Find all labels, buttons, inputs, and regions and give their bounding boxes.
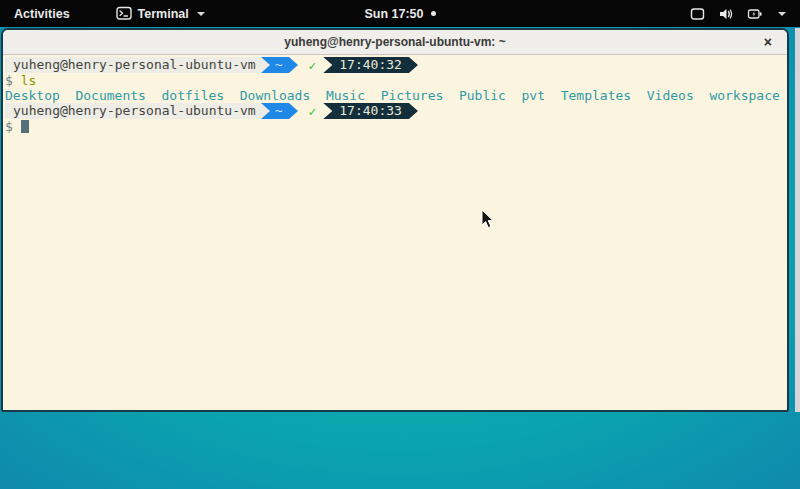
desktop: { "topbar": { "activities_label": "Activ…	[0, 0, 800, 489]
battery-charging-icon	[747, 7, 763, 21]
window-titlebar[interactable]: yuheng@henry-personal-ubuntu-vm: ~ ×	[3, 30, 787, 55]
mouse-cursor	[481, 209, 495, 233]
prompt-cwd: ~	[270, 103, 290, 119]
ls-item: Music	[326, 88, 365, 103]
ls-item: Videos	[647, 88, 694, 103]
prompt-symbol: $	[5, 73, 13, 88]
ls-item: pvt	[522, 88, 545, 103]
powerline-arrow-icon	[289, 57, 298, 73]
prompt-line: yuheng@henry-personal-ubuntu-vm ~ ✓ 17:4…	[5, 57, 787, 73]
top-bar: Activities Terminal Sun 17:50	[0, 0, 800, 27]
volume-icon	[718, 7, 734, 21]
close-icon[interactable]: ×	[764, 35, 772, 49]
prompt-time-segment: 17:40:33	[323, 103, 418, 119]
chevron-down-icon	[197, 12, 205, 16]
app-menu-label: Terminal	[138, 7, 189, 21]
background-window-edge	[795, 28, 800, 412]
command-text: ls	[21, 73, 37, 88]
text-cursor	[21, 120, 29, 133]
status-check-icon: ✓	[308, 58, 316, 73]
ls-output-line: DesktopDocumentsdotfilesDownloadsMusicPi…	[5, 88, 787, 103]
powerline-arrow-icon	[261, 103, 270, 119]
display-icon	[690, 7, 705, 21]
input-line[interactable]: $	[5, 119, 787, 134]
ls-item: Pictures	[381, 88, 444, 103]
prompt-cwd-segment: ~	[261, 57, 290, 73]
ls-item: dotfiles	[162, 88, 225, 103]
prompt-time-segment: 17:40:32	[323, 57, 418, 73]
activities-button[interactable]: Activities	[0, 0, 84, 27]
ls-item: Downloads	[240, 88, 310, 103]
terminal-content[interactable]: yuheng@henry-personal-ubuntu-vm ~ ✓ 17:4…	[3, 55, 787, 410]
terminal-window: yuheng@henry-personal-ubuntu-vm: ~ × yuh…	[1, 28, 789, 412]
ls-item: Public	[459, 88, 506, 103]
powerline-arrow-icon	[261, 57, 270, 73]
ls-item: Templates	[561, 88, 631, 103]
notification-dot-icon	[431, 11, 436, 16]
window-title: yuheng@henry-personal-ubuntu-vm: ~	[284, 35, 505, 49]
chevron-down-icon	[778, 12, 786, 16]
terminal-icon	[116, 6, 132, 21]
prompt-cwd-segment: ~	[261, 103, 290, 119]
prompt-symbol: $	[5, 119, 13, 134]
clock-button[interactable]: Sun 17:50	[364, 7, 435, 21]
prompt-user-segment: yuheng@henry-personal-ubuntu-vm	[5, 103, 261, 119]
ls-item: workspace	[709, 88, 779, 103]
ls-item: Desktop	[5, 88, 60, 103]
app-menu-terminal[interactable]: Terminal	[110, 0, 211, 27]
prompt-user-segment: yuheng@henry-personal-ubuntu-vm	[5, 57, 261, 73]
ls-item: Documents	[75, 88, 145, 103]
clock-label: Sun 17:50	[364, 7, 423, 21]
powerline-arrow-icon	[289, 103, 298, 119]
prompt-cwd: ~	[270, 57, 290, 73]
status-check-icon: ✓	[308, 104, 316, 119]
command-line: $ ls	[5, 73, 787, 88]
system-status-area[interactable]	[684, 0, 792, 27]
prompt-line: yuheng@henry-personal-ubuntu-vm ~ ✓ 17:4…	[5, 103, 787, 119]
